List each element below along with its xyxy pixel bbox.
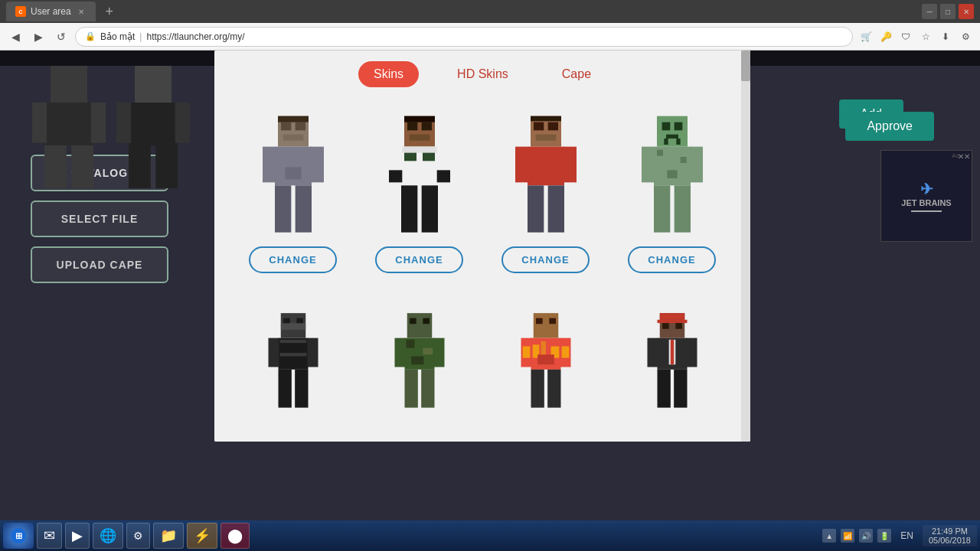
svg-rect-20	[263, 147, 276, 183]
minimize-button[interactable]: ─	[922, 4, 937, 19]
settings-icon[interactable]: ⚙	[957, 28, 974, 45]
taskbar-browser-button[interactable]: 🌐	[93, 523, 123, 549]
browser-tab[interactable]: C User area ✕	[6, 2, 96, 21]
refresh-button[interactable]: ↺	[52, 28, 70, 46]
taskbar-media-button[interactable]: ▶	[65, 523, 90, 549]
window-controls: ─ □ ✕	[922, 4, 974, 19]
tab-skins[interactable]: Skins	[358, 61, 419, 87]
tray-icon1[interactable]: ▲	[822, 529, 836, 543]
titlebar: C User area ✕ + ─ □ ✕	[0, 0, 980, 23]
svg-rect-101	[659, 313, 684, 320]
svg-rect-69	[279, 340, 306, 343]
svg-rect-16	[295, 122, 305, 131]
skin-modal: Skins HD Skins Cape	[214, 51, 750, 442]
svg-rect-52	[674, 122, 682, 131]
extensions-icon[interactable]: 🛒	[858, 28, 874, 45]
svg-rect-58	[680, 157, 686, 163]
svg-rect-71	[268, 338, 279, 367]
address-bar[interactable]: 🔒 Bảo mật | https://tlauncher.org/my/	[75, 27, 853, 47]
skin-cell-2: CHANGE	[356, 103, 482, 281]
svg-rect-70	[279, 353, 306, 356]
tab-hd-skins[interactable]: HD Skins	[442, 61, 524, 87]
skin-preview-area	[31, 66, 191, 188]
tab-close-button[interactable]: ✕	[76, 6, 87, 17]
ad-close-button[interactable]: ✕✕	[958, 152, 970, 161]
skin-svg-8	[638, 311, 707, 411]
change-button-4[interactable]: CHANGE	[628, 246, 715, 273]
approve-button[interactable]: Approve	[845, 112, 934, 141]
svg-rect-86	[533, 313, 558, 338]
svg-rect-51	[662, 122, 670, 131]
svg-rect-98	[531, 370, 544, 408]
start-button[interactable]: ⊞	[3, 523, 34, 549]
svg-rect-2	[51, 66, 87, 103]
svg-rect-97	[561, 347, 569, 358]
skin-svg-7	[511, 311, 580, 411]
skin-image-8	[626, 296, 718, 426]
security-label: Bảo mật	[100, 31, 135, 42]
system-tray: ▲ 📶 🔊 🔋	[822, 529, 891, 543]
tab-cape[interactable]: Cape	[547, 61, 606, 87]
change-button-1[interactable]: CHANGE	[249, 246, 336, 273]
language-indicator[interactable]: EN	[896, 529, 918, 543]
clock-time: 21:49 PM	[929, 527, 971, 536]
svg-rect-23	[295, 185, 311, 232]
svg-rect-46	[528, 185, 544, 232]
skin-cell-8	[609, 289, 735, 434]
clock-date: 05/06/2018	[929, 536, 971, 545]
svg-rect-34	[401, 185, 417, 232]
skin-image-3	[500, 110, 592, 240]
taskbar-email-button[interactable]: ✉	[37, 523, 62, 549]
svg-rect-12	[129, 145, 151, 188]
key-icon[interactable]: 🔑	[877, 28, 894, 45]
skin-svg-5	[259, 311, 328, 411]
toolbar-icons: 🛒 🔑 🛡 ☆ ⬇ ⚙	[858, 28, 974, 45]
maximize-button[interactable]: □	[940, 4, 956, 19]
star-icon[interactable]: ☆	[917, 28, 934, 45]
taskbar-app2-button[interactable]: ⬤	[220, 523, 250, 549]
new-tab-button[interactable]: +	[100, 2, 119, 21]
svg-rect-49	[563, 147, 576, 183]
change-button-3[interactable]: CHANGE	[501, 246, 589, 273]
svg-rect-42	[547, 122, 557, 131]
change-button-2[interactable]: CHANGE	[375, 246, 462, 273]
lock-icon: 🔒	[85, 31, 96, 41]
svg-rect-74	[295, 370, 308, 408]
svg-rect-19	[275, 147, 312, 186]
close-button[interactable]: ✕	[959, 4, 974, 19]
svg-rect-93	[537, 354, 554, 364]
volume-icon[interactable]: 🔊	[859, 529, 873, 543]
taskbar-chrome-button[interactable]: ⚙	[126, 523, 150, 549]
svg-rect-29	[404, 116, 435, 122]
select-file-button[interactable]: SELECT FILE	[31, 201, 168, 237]
svg-rect-99	[547, 370, 560, 408]
skin-image-6	[374, 296, 466, 426]
skin-cell-4: CHANGE	[609, 103, 735, 281]
modal-scrollbar-track[interactable]	[741, 51, 750, 442]
network-icon[interactable]: 📶	[841, 529, 854, 543]
current-skin-preview	[31, 66, 107, 188]
svg-rect-48	[515, 147, 528, 183]
svg-rect-53	[666, 135, 678, 139]
svg-rect-43	[535, 135, 556, 141]
upload-cape-button[interactable]: UPLOAD CAPE	[31, 246, 168, 283]
download-icon[interactable]: ⬇	[937, 28, 954, 45]
svg-rect-26	[407, 122, 417, 131]
svg-rect-88	[549, 318, 556, 324]
forward-button[interactable]: ▶	[29, 28, 47, 46]
svg-rect-15	[281, 122, 291, 131]
svg-rect-62	[654, 185, 670, 232]
back-button[interactable]: ◀	[6, 28, 24, 46]
modal-scrollbar-thumb[interactable]	[741, 51, 750, 81]
taskbar-app1-button[interactable]: ⚡	[187, 523, 217, 549]
shield-icon[interactable]: 🛡	[897, 28, 914, 45]
svg-rect-63	[674, 185, 690, 232]
tab-favicon-icon: C	[15, 6, 26, 17]
ad-logo: ✈	[920, 180, 933, 198]
skin-image-5	[247, 296, 339, 426]
taskbar-folder-button[interactable]: 📁	[153, 523, 184, 549]
skin-grid-row2	[214, 289, 750, 442]
ad-label: Ad	[869, 152, 959, 159]
battery-icon[interactable]: 🔋	[877, 529, 891, 543]
taskbar: ⊞ ✉ ▶ 🌐 ⚙ 📁 ⚡ ⬤ ▲ 📶 🔊 🔋 EN 21:49 PM 05/0…	[0, 520, 980, 551]
